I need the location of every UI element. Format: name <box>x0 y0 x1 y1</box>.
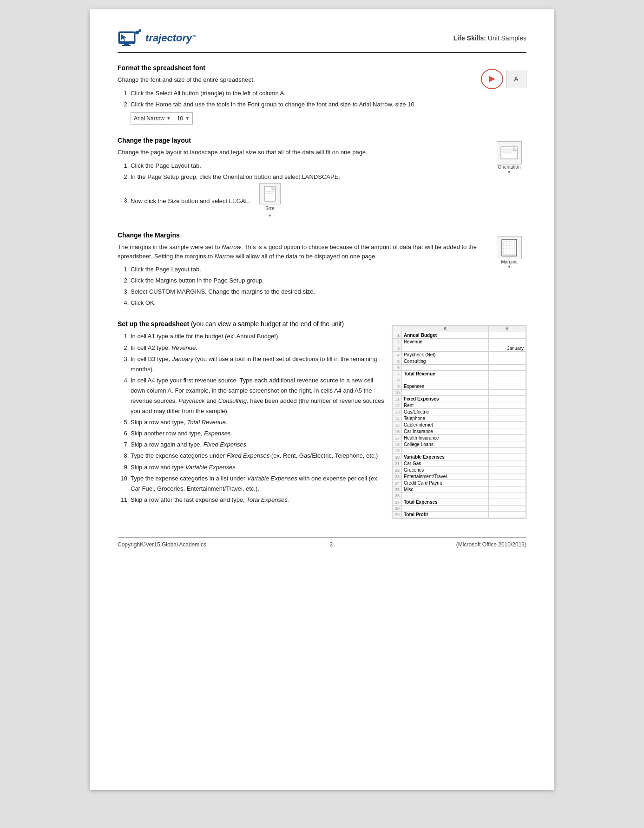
row-number: 4 <box>393 352 402 358</box>
table-row: 11Fixed Expenses <box>393 396 526 402</box>
table-row: 3January <box>393 345 526 352</box>
logo-area: trajectory™ <box>118 28 197 48</box>
cell-a: Credit Card Paymt <box>402 480 489 486</box>
trajectory-logo-icon <box>118 28 142 48</box>
cell-b <box>488 454 526 460</box>
cell-a: Revenue <box>402 339 489 345</box>
list-item: Now click the Size button and select LEG… <box>131 183 526 219</box>
col-a-header: A <box>506 70 526 88</box>
cell-b <box>488 409 526 415</box>
section2-heading: Change the page layout <box>118 137 526 144</box>
cell-a: Telephone <box>402 415 489 422</box>
section3-steps: Click the Page Layout tab. Click the Mar… <box>131 264 526 308</box>
table-row: 19 <box>393 448 526 454</box>
cell-b <box>488 396 526 402</box>
cell-a: Paycheck (Net) <box>402 352 489 358</box>
margins-label: Margins <box>501 259 518 264</box>
cell-b <box>488 480 526 486</box>
row-number: 2 <box>393 339 402 345</box>
table-row: 13Gas/Electric <box>393 409 526 415</box>
cell-b <box>488 415 526 422</box>
section-font: A Format the spreadsheet font Change the… <box>118 64 526 125</box>
font-name-display: Arial Narrow <box>134 114 164 123</box>
table-row: 25Misc. <box>393 486 526 493</box>
section3-heading: Change the Margins <box>118 231 526 239</box>
list-item: Click the Select All button (triangle) t… <box>131 88 526 99</box>
cell-b <box>488 448 526 454</box>
table-row: 18College Loans <box>393 441 526 448</box>
cell-b <box>488 473 526 480</box>
size-dropdown-arrow: ▼ <box>185 114 190 122</box>
cell-a: Fixed Expenses <box>402 396 489 402</box>
margins-illustration: Margins ▼ <box>497 236 522 269</box>
cell-b <box>488 352 526 358</box>
table-row: 6 <box>393 365 526 371</box>
cell-a: Expenses <box>402 383 489 390</box>
cell-b <box>488 390 526 396</box>
size-icon <box>259 183 281 204</box>
table-row: 27Total Expenses <box>393 499 526 506</box>
cell-a: Total Profit <box>402 512 489 518</box>
row-number: 21 <box>393 460 402 467</box>
row-number: 1 <box>393 332 402 339</box>
cell-a: Entertainment/Travel <box>402 473 489 480</box>
list-item: Click the Home tab and use the tools in … <box>131 99 526 125</box>
table-row: 21Car Gas <box>393 460 526 467</box>
ss-corner <box>393 326 402 332</box>
cell-a <box>402 506 489 512</box>
row-number: 5 <box>393 358 402 365</box>
section1-steps: Click the Select All button (triangle) t… <box>131 88 526 125</box>
select-all-button-icon <box>481 69 503 89</box>
footer-right: (Microsoft Office 2010/2013) <box>456 541 526 548</box>
size-ui: Size ▼ <box>259 183 281 219</box>
list-item: Select CUSTOM MARGINS. Change the margin… <box>131 287 526 297</box>
cell-b <box>488 339 526 345</box>
cell-a: Car Gas <box>402 460 489 467</box>
table-row: 10 <box>393 390 526 396</box>
page-footer: Copyright©Ver15 Global Academics 2 (Micr… <box>118 537 526 548</box>
font-size-display: 10 <box>177 114 183 123</box>
row-number: 19 <box>393 448 402 454</box>
cell-a <box>402 390 489 396</box>
svg-point-5 <box>138 29 141 32</box>
font-selector-ui: Arial Narrow ▼ 10 ▼ <box>131 112 526 125</box>
cell-a <box>402 493 489 499</box>
table-row: 8 <box>393 377 526 383</box>
section-layout: Orientation ▼ Change the page layout Cha… <box>118 137 526 220</box>
row-number: 20 <box>393 454 402 460</box>
table-row: 28 <box>393 506 526 512</box>
orientation-label: Orientation <box>498 164 521 170</box>
list-item: Click the Page Layout tab. <box>131 161 526 171</box>
table-row: 23Entertainment/Travel <box>393 473 526 480</box>
table-row: 2Revenue <box>393 339 526 345</box>
spreadsheet-preview: A B 1Annual Budget2Revenue3January4Paych… <box>392 325 526 519</box>
footer-center: 2 <box>330 541 333 548</box>
table-row: 4Paycheck (Net) <box>393 352 526 358</box>
font-dropdown-arrow: ▼ <box>166 114 171 122</box>
section1-description: Change the font and size of the entire s… <box>118 75 526 85</box>
section2-steps: Click the Page Layout tab. In the Page S… <box>131 161 526 219</box>
row-number: 23 <box>393 473 402 480</box>
page: trajectory™ Life Skills: Unit Samples A … <box>90 9 554 790</box>
row-number: 12 <box>393 402 402 409</box>
section2-description: Change the page layout to landscape and … <box>118 148 526 157</box>
size-label: Size <box>265 204 274 212</box>
row-number: 7 <box>393 371 402 377</box>
cell-a: College Loans <box>402 441 489 448</box>
table-row: 12Rent <box>393 402 526 409</box>
cell-a: Annual Budget <box>402 332 489 339</box>
select-all-illustration: A <box>481 69 526 89</box>
cell-b <box>488 506 526 512</box>
cell-b <box>488 499 526 506</box>
page-header: trajectory™ Life Skills: Unit Samples <box>118 28 526 53</box>
cell-a: Variable Expenses <box>402 454 489 460</box>
cell-b <box>488 371 526 377</box>
svg-marker-7 <box>489 76 495 82</box>
cell-b <box>488 402 526 409</box>
cell-b <box>488 332 526 339</box>
row-number: 29 <box>393 512 402 518</box>
cell-b <box>488 460 526 467</box>
cell-a: Consulting <box>402 358 489 365</box>
margins-icon <box>497 236 522 259</box>
table-row: 20Variable Expenses <box>393 454 526 460</box>
